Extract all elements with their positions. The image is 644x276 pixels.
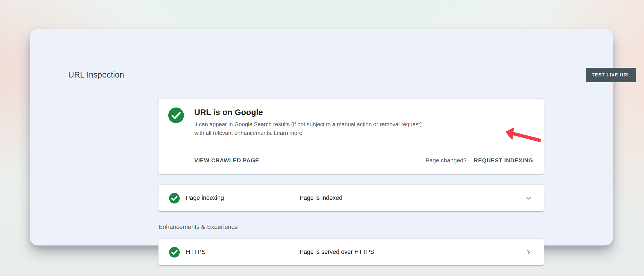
url-inspection-panel: URL Inspection TEST LIVE URL URL is on G… xyxy=(30,29,613,245)
page-background: { "window": { "title": "URL Inspection" … xyxy=(0,0,644,276)
learn-more-link[interactable]: Learn more xyxy=(274,130,302,136)
verdict-footer: VIEW CRAWLED PAGE Page changed? REQUEST … xyxy=(194,147,533,174)
row-status: Page is served over HTTPS xyxy=(300,249,525,256)
success-check-icon xyxy=(169,193,180,204)
https-row[interactable]: HTTPS Page is served over HTTPS xyxy=(158,239,544,265)
page-changed-label: Page changed? xyxy=(425,157,467,164)
success-check-icon xyxy=(169,247,180,258)
verdict-card: URL is on Google It can appear in Google… xyxy=(158,99,544,174)
footer-right-group: Page changed? REQUEST INDEXING xyxy=(425,157,533,164)
chevron-right-icon[interactable] xyxy=(525,248,532,256)
row-label: Page indexing xyxy=(186,195,300,202)
enhancements-section-label: Enhancements & Experience xyxy=(158,223,238,231)
verdict-title: URL is on Google xyxy=(194,108,263,117)
row-status: Page is indexed xyxy=(300,195,525,202)
view-crawled-page-button[interactable]: VIEW CRAWLED PAGE xyxy=(194,157,259,164)
page-indexing-row[interactable]: Page indexing Page is indexed xyxy=(158,185,544,211)
page-title: URL Inspection xyxy=(68,70,124,79)
verdict-description-text: It can appear in Google Search results (… xyxy=(194,121,422,136)
test-live-url-button[interactable]: TEST LIVE URL xyxy=(586,68,636,82)
verdict-description: It can appear in Google Search results (… xyxy=(194,120,431,137)
request-indexing-button[interactable]: REQUEST INDEXING xyxy=(474,157,533,164)
success-check-icon xyxy=(168,107,184,123)
row-label: HTTPS xyxy=(186,249,300,256)
chevron-down-icon[interactable] xyxy=(525,194,532,202)
